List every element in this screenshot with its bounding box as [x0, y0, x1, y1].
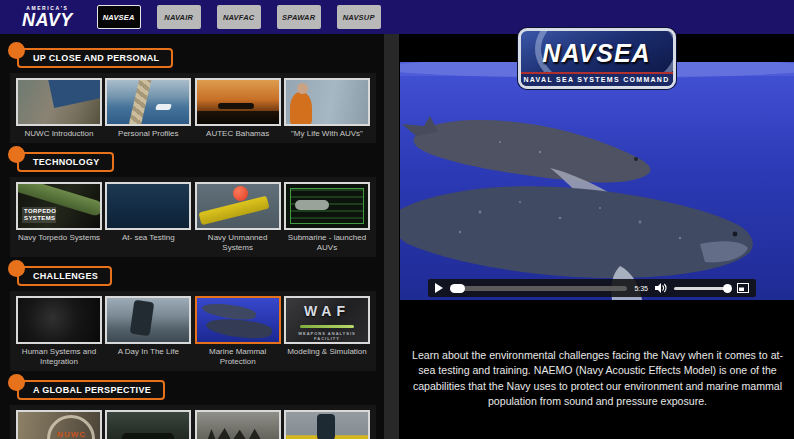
- navsea-logo-title: NAVSEA: [521, 39, 673, 68]
- top-logo-spawar[interactable]: SPAWAR: [277, 5, 321, 29]
- navsea-command-logo: NAVSEA NAVAL SEA SYSTEMS COMMAND: [518, 28, 676, 89]
- panel-divider: [384, 34, 399, 439]
- video-thumbnail[interactable]: WAFWEAPONS ANALYSIS FACILITY: [284, 296, 370, 344]
- video-card[interactable]: TORPEDO SYSTEMSNavy Torpedo Systems: [16, 182, 102, 255]
- category-bullet-icon: [8, 374, 25, 391]
- category-section: UP CLOSE AND PERSONALNUWC IntroductionPe…: [0, 42, 384, 143]
- video-player[interactable]: 5:35: [400, 62, 794, 300]
- video-card[interactable]: At- sea Testing: [105, 182, 191, 255]
- top-logo-label: NAVAIR: [164, 13, 193, 22]
- top-logo-label: SPAWAR: [282, 13, 315, 22]
- category-header: TECHNOLOGY: [8, 146, 384, 172]
- video-label: Personal Profiles: [105, 126, 191, 141]
- progress-knob[interactable]: [450, 284, 465, 293]
- volume-icon[interactable]: [655, 283, 667, 293]
- volume-knob[interactable]: [723, 284, 732, 293]
- video-description: Learn about the environmental challenges…: [407, 348, 788, 409]
- category-section: TECHNOLOGYTORPEDO SYSTEMSNavy Torpedo Sy…: [0, 146, 384, 257]
- top-logo-label: NAVSEA: [103, 13, 135, 22]
- video-card[interactable]: Navy Unmanned Systems: [195, 182, 281, 255]
- video-card[interactable]: NUWCWomen of NUWC: [16, 410, 102, 439]
- category-title: TECHNOLOGY: [17, 152, 114, 172]
- video-thumbnail[interactable]: [105, 410, 191, 439]
- video-thumbnail[interactable]: [284, 78, 370, 126]
- video-card[interactable]: Navy Today and Tommorrow: [105, 410, 191, 439]
- video-thumbnail[interactable]: [195, 182, 281, 230]
- video-label: "My Life With AUVs": [284, 126, 370, 141]
- video-label: Human Systems and Integration: [16, 344, 102, 369]
- category-bullet-icon: [8, 42, 25, 59]
- video-card[interactable]: A Day In The Life: [105, 296, 191, 369]
- thumbnail-overlay-text: WAF: [286, 303, 368, 319]
- video-thumbnail[interactable]: [105, 78, 191, 126]
- video-card[interactable]: Submarine - launched AUVs: [284, 182, 370, 255]
- video-label: NUWC Introduction: [16, 126, 102, 141]
- video-label: A Day In The Life: [105, 344, 191, 359]
- navsea-logo-subtitle: NAVAL SEA SYSTEMS COMMAND: [521, 72, 673, 86]
- video-thumbnail[interactable]: [284, 182, 370, 230]
- category-bullet-icon: [8, 260, 25, 277]
- fullscreen-icon[interactable]: [737, 283, 749, 293]
- video-strip: Human Systems and IntegrationA Day In Th…: [10, 291, 376, 371]
- video-label: Navy Torpedo Systems: [16, 230, 102, 245]
- video-thumbnail[interactable]: [195, 296, 281, 344]
- video-label: Submarine - launched AUVs: [284, 230, 370, 255]
- video-category-panel: UP CLOSE AND PERSONALNUWC IntroductionPe…: [0, 34, 384, 439]
- top-navigation-bar: AMERICA'S NAVY NAVSEANAVAIRNAVFACSPAWARN…: [0, 0, 794, 34]
- video-card[interactable]: AUTEC Bahamas: [195, 78, 281, 141]
- video-thumbnail[interactable]: [195, 78, 281, 126]
- video-thumbnail[interactable]: [195, 410, 281, 439]
- thumbnail-overlay-subtext: WEAPONS ANALYSIS FACILITY: [286, 331, 368, 341]
- video-card[interactable]: Human Systems and Integration: [16, 296, 102, 369]
- video-strip: NUWC IntroductionPersonal ProfilesAUTEC …: [10, 73, 376, 143]
- video-thumbnail[interactable]: [105, 296, 191, 344]
- top-logo-navair[interactable]: NAVAIR: [157, 5, 201, 29]
- main-content: UP CLOSE AND PERSONALNUWC IntroductionPe…: [0, 34, 794, 439]
- progress-bar[interactable]: [450, 286, 627, 291]
- category-section: CHALLENGESHuman Systems and IntegrationA…: [0, 260, 384, 371]
- category-title: UP CLOSE AND PERSONAL: [17, 48, 173, 68]
- video-label: Navy Unmanned Systems: [195, 230, 281, 255]
- video-label: Marine Mammal Protection: [195, 344, 281, 369]
- category-bullet-icon: [8, 146, 25, 163]
- americas-navy-big-text: NAVY: [22, 11, 73, 29]
- video-label: At- sea Testing: [105, 230, 191, 245]
- video-strip: NUWCWomen of NUWCNavy Today and Tommorro…: [10, 405, 376, 439]
- category-header: A GLOBAL PERSPECTIVE: [8, 374, 384, 400]
- video-thumbnail[interactable]: TORPEDO SYSTEMS: [16, 182, 102, 230]
- top-logo-navfac[interactable]: NAVFAC: [217, 5, 261, 29]
- category-header: UP CLOSE AND PERSONAL: [8, 42, 384, 68]
- category-header: CHALLENGES: [8, 260, 384, 286]
- video-label: AUTEC Bahamas: [195, 126, 281, 141]
- top-logo-label: NAVFAC: [223, 13, 254, 22]
- category-section: A GLOBAL PERSPECTIVENUWCWomen of NUWCNav…: [0, 374, 384, 439]
- top-logo-navsup[interactable]: NAVSUP: [337, 5, 381, 29]
- video-card[interactable]: Partnership Runs Deep: [284, 410, 370, 439]
- volume-slider[interactable]: [674, 287, 730, 290]
- video-controls-bar: 5:35: [428, 279, 756, 297]
- video-thumbnail[interactable]: NUWC: [16, 410, 102, 439]
- thumbnail-overlay-text: TORPEDO SYSTEMS: [22, 207, 56, 223]
- americas-navy-logo[interactable]: AMERICA'S NAVY: [22, 6, 73, 29]
- video-thumbnail[interactable]: [284, 410, 370, 439]
- video-thumbnail[interactable]: [16, 296, 102, 344]
- category-title: CHALLENGES: [17, 266, 112, 286]
- video-label: Modeling & Simulation: [284, 344, 370, 359]
- top-logo-navsea[interactable]: NAVSEA: [97, 5, 141, 29]
- video-card[interactable]: Personal Profiles: [105, 78, 191, 141]
- video-card[interactable]: NUWC Introduction: [16, 78, 102, 141]
- video-card[interactable]: Exploring History: [195, 410, 281, 439]
- player-panel: 5:35: [399, 34, 794, 439]
- video-card[interactable]: Marine Mammal Protection: [195, 296, 281, 369]
- whale-video-frame: [400, 62, 794, 300]
- video-card[interactable]: WAFWEAPONS ANALYSIS FACILITYModeling & S…: [284, 296, 370, 369]
- video-thumbnail[interactable]: [105, 182, 191, 230]
- video-card[interactable]: "My Life With AUVs": [284, 78, 370, 141]
- category-title: A GLOBAL PERSPECTIVE: [17, 380, 165, 400]
- play-button[interactable]: [435, 283, 443, 293]
- thumbnail-overlay-text: NUWC: [57, 430, 86, 439]
- video-strip: TORPEDO SYSTEMSNavy Torpedo SystemsAt- s…: [10, 177, 376, 257]
- top-logo-strip: NAVSEANAVAIRNAVFACSPAWARNAVSUP: [97, 5, 381, 29]
- video-thumbnail[interactable]: [16, 78, 102, 126]
- time-display: 5:35: [634, 285, 648, 292]
